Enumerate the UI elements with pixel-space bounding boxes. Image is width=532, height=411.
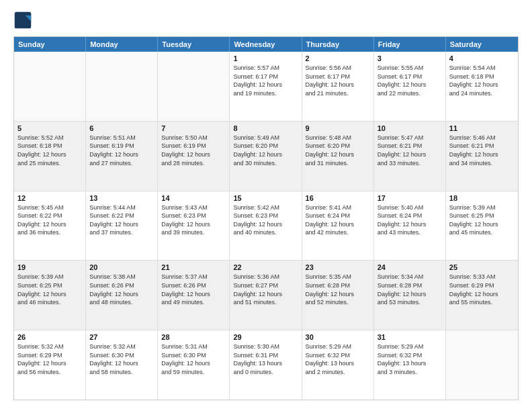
calendar-row-3: 19Sunrise: 5:39 AM Sunset: 6:25 PM Dayli… — [14, 261, 518, 330]
calendar-body: 1Sunrise: 5:57 AM Sunset: 6:17 PM Daylig… — [14, 52, 518, 400]
calendar-cell: 19Sunrise: 5:39 AM Sunset: 6:25 PM Dayli… — [14, 261, 86, 330]
calendar-cell: 1Sunrise: 5:57 AM Sunset: 6:17 PM Daylig… — [230, 52, 302, 121]
cell-info: Sunrise: 5:35 AM Sunset: 6:28 PM Dayligh… — [306, 273, 370, 306]
calendar-cell: 17Sunrise: 5:40 AM Sunset: 6:24 PM Dayli… — [374, 191, 446, 261]
day-number: 27 — [89, 333, 154, 341]
cell-info: Sunrise: 5:34 AM Sunset: 6:28 PM Dayligh… — [378, 273, 442, 306]
day-number: 5 — [17, 124, 82, 132]
cell-info: Sunrise: 5:41 AM Sunset: 6:24 PM Dayligh… — [306, 203, 370, 237]
day-number: 6 — [89, 124, 154, 132]
cell-info: Sunrise: 5:48 AM Sunset: 6:20 PM Dayligh… — [306, 134, 370, 167]
day-number: 21 — [161, 263, 226, 271]
cell-info: Sunrise: 5:31 AM Sunset: 6:30 PM Dayligh… — [161, 342, 226, 376]
calendar-cell: 14Sunrise: 5:43 AM Sunset: 6:23 PM Dayli… — [158, 191, 230, 261]
calendar-cell: 6Sunrise: 5:51 AM Sunset: 6:19 PM Daylig… — [86, 122, 158, 191]
calendar-row-0: 1Sunrise: 5:57 AM Sunset: 6:17 PM Daylig… — [14, 52, 518, 122]
day-number: 10 — [378, 124, 442, 132]
calendar-cell: 8Sunrise: 5:49 AM Sunset: 6:20 PM Daylig… — [230, 122, 302, 191]
cell-info: Sunrise: 5:46 AM Sunset: 6:21 PM Dayligh… — [449, 134, 515, 167]
calendar-cell: 24Sunrise: 5:34 AM Sunset: 6:28 PM Dayli… — [374, 261, 446, 330]
calendar-cell: 25Sunrise: 5:33 AM Sunset: 6:29 PM Dayli… — [446, 261, 518, 330]
calendar-cell: 23Sunrise: 5:35 AM Sunset: 6:28 PM Dayli… — [302, 261, 374, 330]
calendar-cell: 3Sunrise: 5:55 AM Sunset: 6:17 PM Daylig… — [374, 52, 446, 121]
cell-info: Sunrise: 5:50 AM Sunset: 6:19 PM Dayligh… — [161, 134, 226, 167]
calendar-cell: 16Sunrise: 5:41 AM Sunset: 6:24 PM Dayli… — [302, 191, 374, 261]
header-cell-wednesday: Wednesday — [230, 37, 302, 52]
calendar-cell: 4Sunrise: 5:54 AM Sunset: 6:18 PM Daylig… — [446, 52, 518, 121]
day-number: 24 — [378, 263, 442, 271]
cell-info: Sunrise: 5:51 AM Sunset: 6:19 PM Dayligh… — [89, 134, 154, 167]
header-cell-tuesday: Tuesday — [158, 37, 230, 52]
cell-info: Sunrise: 5:52 AM Sunset: 6:18 PM Dayligh… — [17, 134, 82, 167]
cell-info: Sunrise: 5:44 AM Sunset: 6:22 PM Dayligh… — [89, 203, 154, 237]
day-number: 19 — [17, 263, 82, 271]
day-number: 20 — [89, 263, 154, 271]
cell-info: Sunrise: 5:54 AM Sunset: 6:18 PM Dayligh… — [449, 64, 515, 97]
cell-info: Sunrise: 5:40 AM Sunset: 6:24 PM Dayligh… — [378, 203, 442, 237]
cell-info: Sunrise: 5:42 AM Sunset: 6:23 PM Dayligh… — [233, 203, 298, 237]
cell-info: Sunrise: 5:57 AM Sunset: 6:17 PM Dayligh… — [233, 64, 298, 97]
day-number: 28 — [161, 333, 226, 341]
day-number: 30 — [306, 333, 370, 341]
header-cell-friday: Friday — [374, 37, 446, 52]
calendar-cell: 26Sunrise: 5:32 AM Sunset: 6:29 PM Dayli… — [14, 330, 86, 400]
day-number: 26 — [17, 333, 82, 341]
header-cell-thursday: Thursday — [302, 37, 374, 52]
cell-info: Sunrise: 5:39 AM Sunset: 6:25 PM Dayligh… — [449, 203, 515, 237]
header-cell-monday: Monday — [86, 37, 158, 52]
calendar-cell — [446, 330, 518, 400]
calendar-cell: 21Sunrise: 5:37 AM Sunset: 6:26 PM Dayli… — [158, 261, 230, 330]
cell-info: Sunrise: 5:32 AM Sunset: 6:30 PM Dayligh… — [89, 342, 154, 376]
calendar-cell: 9Sunrise: 5:48 AM Sunset: 6:20 PM Daylig… — [302, 122, 374, 191]
calendar-cell — [14, 52, 86, 121]
day-number: 1 — [233, 54, 298, 62]
calendar: SundayMondayTuesdayWednesdayThursdayFrid… — [13, 36, 519, 400]
cell-info: Sunrise: 5:30 AM Sunset: 6:31 PM Dayligh… — [233, 342, 298, 376]
day-number: 4 — [449, 54, 515, 62]
cell-info: Sunrise: 5:39 AM Sunset: 6:25 PM Dayligh… — [17, 273, 82, 306]
cell-info: Sunrise: 5:29 AM Sunset: 6:32 PM Dayligh… — [378, 342, 442, 376]
calendar-cell: 18Sunrise: 5:39 AM Sunset: 6:25 PM Dayli… — [446, 191, 518, 261]
day-number: 7 — [161, 124, 226, 132]
calendar-header: SundayMondayTuesdayWednesdayThursdayFrid… — [14, 37, 518, 52]
calendar-cell — [158, 52, 230, 121]
cell-info: Sunrise: 5:56 AM Sunset: 6:17 PM Dayligh… — [306, 64, 370, 97]
calendar-cell: 29Sunrise: 5:30 AM Sunset: 6:31 PM Dayli… — [230, 330, 302, 400]
calendar-cell: 13Sunrise: 5:44 AM Sunset: 6:22 PM Dayli… — [86, 191, 158, 261]
calendar-cell: 11Sunrise: 5:46 AM Sunset: 6:21 PM Dayli… — [446, 122, 518, 191]
day-number: 14 — [161, 194, 226, 202]
calendar-cell: 31Sunrise: 5:29 AM Sunset: 6:32 PM Dayli… — [374, 330, 446, 400]
calendar-cell: 27Sunrise: 5:32 AM Sunset: 6:30 PM Dayli… — [86, 330, 158, 400]
calendar-cell: 12Sunrise: 5:45 AM Sunset: 6:22 PM Dayli… — [14, 191, 86, 261]
day-number: 31 — [378, 333, 442, 341]
cell-info: Sunrise: 5:29 AM Sunset: 6:32 PM Dayligh… — [306, 342, 370, 376]
calendar-cell: 10Sunrise: 5:47 AM Sunset: 6:21 PM Dayli… — [374, 122, 446, 191]
calendar-cell: 7Sunrise: 5:50 AM Sunset: 6:19 PM Daylig… — [158, 122, 230, 191]
page: SundayMondayTuesdayWednesdayThursdayFrid… — [0, 0, 532, 411]
header — [13, 11, 519, 30]
cell-info: Sunrise: 5:55 AM Sunset: 6:17 PM Dayligh… — [378, 64, 442, 97]
calendar-row-2: 12Sunrise: 5:45 AM Sunset: 6:22 PM Dayli… — [14, 191, 518, 261]
calendar-cell: 2Sunrise: 5:56 AM Sunset: 6:17 PM Daylig… — [302, 52, 374, 121]
day-number: 3 — [378, 54, 442, 62]
logo — [13, 11, 35, 30]
calendar-row-1: 5Sunrise: 5:52 AM Sunset: 6:18 PM Daylig… — [14, 122, 518, 191]
day-number: 29 — [233, 333, 298, 341]
header-cell-sunday: Sunday — [14, 37, 86, 52]
day-number: 2 — [306, 54, 370, 62]
cell-info: Sunrise: 5:33 AM Sunset: 6:29 PM Dayligh… — [449, 273, 515, 306]
cell-info: Sunrise: 5:45 AM Sunset: 6:22 PM Dayligh… — [17, 203, 82, 237]
calendar-cell: 15Sunrise: 5:42 AM Sunset: 6:23 PM Dayli… — [230, 191, 302, 261]
svg-rect-0 — [15, 12, 32, 29]
calendar-cell: 30Sunrise: 5:29 AM Sunset: 6:32 PM Dayli… — [302, 330, 374, 400]
calendar-cell: 20Sunrise: 5:38 AM Sunset: 6:26 PM Dayli… — [86, 261, 158, 330]
day-number: 11 — [449, 124, 515, 132]
cell-info: Sunrise: 5:47 AM Sunset: 6:21 PM Dayligh… — [378, 134, 442, 167]
day-number: 16 — [306, 194, 370, 202]
day-number: 17 — [378, 194, 442, 202]
logo-icon — [13, 11, 32, 30]
day-number: 8 — [233, 124, 298, 132]
cell-info: Sunrise: 5:32 AM Sunset: 6:29 PM Dayligh… — [17, 342, 82, 376]
day-number: 22 — [233, 263, 298, 271]
cell-info: Sunrise: 5:36 AM Sunset: 6:27 PM Dayligh… — [233, 273, 298, 306]
